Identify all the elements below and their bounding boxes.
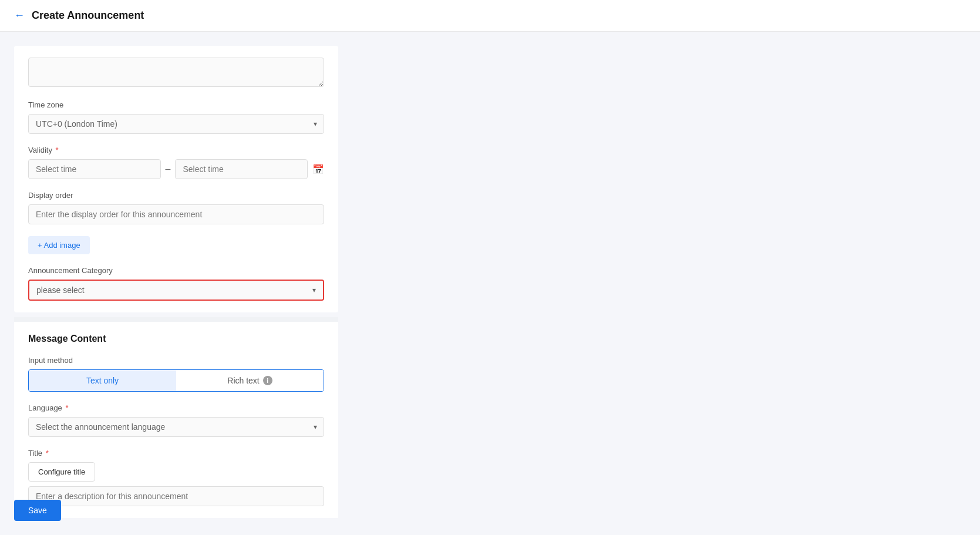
display-order-input[interactable] bbox=[28, 204, 324, 224]
validity-to-input[interactable] bbox=[175, 159, 308, 179]
top-form-section: Time zone UTC+0 (London Time) ▾ Validity… bbox=[14, 46, 338, 312]
page-header: ← Create Announcement bbox=[0, 0, 980, 32]
message-content-title: Message Content bbox=[28, 334, 324, 344]
section-divider bbox=[14, 317, 338, 322]
timezone-label: Time zone bbox=[28, 100, 324, 109]
description-textarea[interactable] bbox=[28, 58, 324, 87]
title-description-input[interactable] bbox=[28, 486, 324, 506]
content-area: Time zone UTC+0 (London Time) ▾ Validity… bbox=[0, 32, 352, 532]
page-title: Create Announcement bbox=[32, 9, 144, 22]
display-order-label: Display order bbox=[28, 191, 324, 200]
announcement-category-select[interactable]: please select Category A Category B Cate… bbox=[29, 281, 323, 300]
input-method-group: Input method Text only Rich text i bbox=[28, 356, 324, 392]
language-select-wrapper: Select the announcement language English… bbox=[28, 417, 324, 437]
validity-label: Validity * bbox=[28, 146, 324, 154]
language-required-marker: * bbox=[63, 403, 69, 412]
announcement-category-group: Announcement Category please select Cate… bbox=[28, 266, 324, 301]
validity-row: – 📅 bbox=[28, 159, 324, 179]
language-group: Language * Select the announcement langu… bbox=[28, 403, 324, 437]
calendar-icon[interactable]: 📅 bbox=[312, 164, 324, 175]
title-required-marker: * bbox=[43, 449, 49, 457]
validity-separator: – bbox=[166, 164, 171, 174]
description-group bbox=[28, 58, 324, 89]
validity-required-marker: * bbox=[53, 146, 59, 154]
language-select[interactable]: Select the announcement language English… bbox=[28, 417, 324, 437]
rich-text-info-icon[interactable]: i bbox=[263, 376, 272, 385]
timezone-select-wrapper: UTC+0 (London Time) ▾ bbox=[28, 114, 324, 134]
add-image-button[interactable]: + Add image bbox=[28, 236, 90, 254]
timezone-group: Time zone UTC+0 (London Time) ▾ bbox=[28, 100, 324, 134]
validity-from-input[interactable] bbox=[28, 159, 161, 179]
display-order-group: Display order bbox=[28, 191, 324, 224]
message-content-section: Message Content Input method Text only R… bbox=[14, 322, 338, 518]
rich-text-label: Rich text bbox=[227, 376, 259, 385]
validity-group: Validity * – 📅 bbox=[28, 146, 324, 179]
announcement-category-select-wrapper: please select Category A Category B Cate… bbox=[28, 280, 324, 301]
add-image-group: + Add image bbox=[28, 236, 324, 254]
title-label: Title * bbox=[28, 449, 324, 457]
text-only-button[interactable]: Text only bbox=[29, 370, 176, 391]
input-method-toggle-group: Text only Rich text i bbox=[28, 369, 324, 392]
input-method-label: Input method bbox=[28, 356, 324, 365]
configure-title-button[interactable]: Configure title bbox=[28, 462, 95, 482]
rich-text-button[interactable]: Rich text i bbox=[176, 370, 324, 391]
timezone-select[interactable]: UTC+0 (London Time) bbox=[28, 114, 324, 134]
back-button[interactable]: ← bbox=[14, 9, 25, 22]
title-group: Title * Configure title bbox=[28, 449, 324, 506]
save-button[interactable]: Save bbox=[14, 500, 61, 521]
announcement-category-label: Announcement Category bbox=[28, 266, 324, 275]
language-label: Language * bbox=[28, 403, 324, 412]
